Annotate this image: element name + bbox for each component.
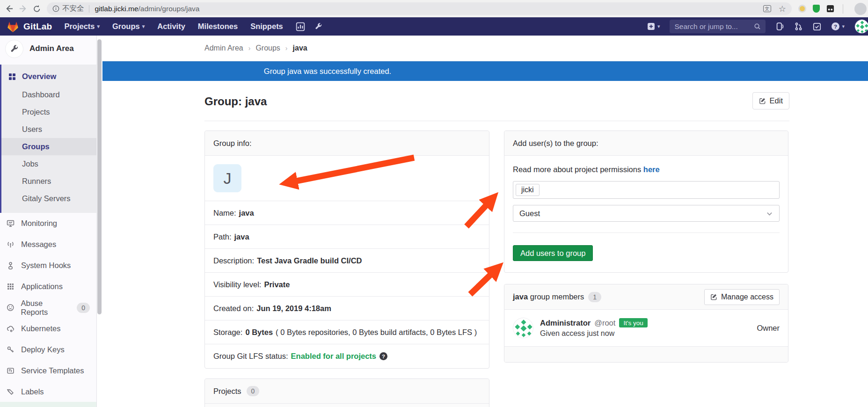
sidebar-item-runners[interactable]: Runners — [1, 173, 96, 190]
security-label[interactable]: 不安全 — [62, 4, 84, 14]
tanuki-icon — [7, 21, 19, 33]
members-header: java group members 1 — [513, 292, 601, 302]
extension-icon[interactable] — [798, 5, 806, 13]
sidebar-item-overview[interactable]: Overview — [1, 67, 96, 86]
sidebar-item-dashboard[interactable]: Dashboard — [1, 86, 96, 103]
flash-notice-banner: Group java was successfully created. — [102, 61, 868, 81]
group-path-row: Path:java — [205, 225, 489, 249]
member-avatar[interactable] — [513, 318, 533, 338]
search-icon — [754, 23, 761, 30]
projects-empty-body — [205, 404, 489, 407]
user-select-input[interactable]: jicki — [513, 181, 780, 199]
projects-panel: Projects 0 — [204, 378, 489, 407]
user-avatar[interactable] — [854, 19, 868, 34]
sidebar-item-jobs[interactable]: Jobs — [1, 155, 96, 173]
browser-forward-button[interactable] — [16, 2, 30, 16]
browser-back-button[interactable] — [2, 2, 16, 16]
chevron-down-icon: ▾ — [142, 23, 145, 29]
sidebar-item-users[interactable]: Users — [1, 121, 96, 138]
flash-message: Group java was successfully created. — [102, 61, 553, 81]
edit-pencil-icon — [759, 97, 766, 104]
access-level-select[interactable]: Guest — [513, 205, 780, 222]
nav-groups[interactable]: Groups▾ — [112, 22, 145, 31]
global-search[interactable] — [670, 20, 766, 33]
permissions-note: Read more about project permissions here — [513, 165, 780, 174]
breadcrumb-current: java — [293, 44, 307, 52]
issues-icon[interactable] — [775, 22, 784, 31]
overview-section: Overview Dashboard Projects Users Groups… — [0, 65, 96, 213]
group-description-row: Description:Test Java Gradle build CI/CD — [205, 249, 489, 273]
group-created-row: Created on:Jun 19, 2019 4:18am — [205, 297, 489, 320]
member-name[interactable]: Administrator — [540, 319, 591, 327]
sidebar-item-abuse-reports[interactable]: Abuse Reports 0 — [0, 297, 96, 318]
breadcrumb-admin-area[interactable]: Admin Area — [204, 44, 243, 52]
svg-text:?: ? — [834, 23, 837, 29]
bookmark-star-icon[interactable]: ☆ — [779, 4, 786, 14]
sidebar-item-labels[interactable]: Labels — [0, 381, 96, 402]
add-users-to-group-button[interactable]: Add users to group — [513, 245, 593, 261]
sidebar-item-messages[interactable]: Messages — [0, 234, 96, 255]
divider — [204, 121, 789, 121]
adblock-shield-icon[interactable] — [813, 5, 820, 13]
group-avatar-row: J — [205, 156, 489, 201]
member-username: @root — [594, 319, 615, 327]
sidebar-item-groups[interactable]: Groups — [1, 138, 96, 155]
its-you-badge: It's you — [619, 318, 647, 327]
edit-pencil-icon — [710, 293, 717, 300]
charts-icon[interactable] — [296, 22, 305, 31]
user-token-jicki[interactable]: jicki — [516, 184, 540, 196]
broadcast-icon — [7, 240, 15, 248]
sidebar-item-monitoring[interactable]: Monitoring — [0, 213, 96, 234]
gitlab-logo[interactable]: GitLab — [7, 21, 52, 33]
breadcrumb-groups[interactable]: Groups — [255, 44, 280, 52]
edit-group-button[interactable]: Edit — [752, 92, 789, 109]
browser-reload-button[interactable] — [30, 2, 44, 16]
sidebar-item-projects[interactable]: Projects — [1, 103, 96, 121]
divider — [843, 4, 843, 14]
sidebar-bottom-strip — [0, 402, 96, 407]
sidebar-item-kubernetes[interactable]: Kubernetes — [0, 318, 96, 339]
admin-wrench-icon[interactable] — [314, 22, 322, 30]
page-title: Group: java — [204, 95, 789, 108]
abuse-reports-count-badge: 0 — [77, 303, 90, 313]
hook-icon — [7, 262, 15, 269]
browser-profile-avatar[interactable] — [854, 3, 867, 15]
merge-requests-icon[interactable] — [794, 22, 803, 31]
chevron-down-icon: ▾ — [842, 23, 845, 29]
address-bar[interactable]: 不安全 gitlab.jicki.me/admin/groups/java 文 … — [47, 2, 792, 15]
key-icon — [7, 346, 15, 354]
browser-toolbar: 不安全 gitlab.jicki.me/admin/groups/java 文 … — [0, 0, 868, 17]
group-info-header: Group info: — [205, 131, 489, 156]
member-role: Owner — [757, 324, 780, 333]
manage-access-button[interactable]: Manage access — [704, 289, 780, 305]
admin-area-header[interactable]: Admin Area — [0, 36, 96, 62]
new-menu-button[interactable]: ▾ — [647, 22, 660, 30]
sidebar-item-deploy-keys[interactable]: Deploy Keys — [0, 339, 96, 360]
url-path: /admin/groups/java — [139, 5, 200, 13]
nav-snippets[interactable]: Snippets — [250, 22, 283, 31]
permissions-here-link[interactable]: here — [643, 165, 660, 174]
main-content: Admin Area › Groups › java Group java wa… — [102, 36, 868, 407]
nav-projects[interactable]: Projects▾ — [64, 22, 100, 31]
sidebar-item-service-templates[interactable]: Service Templates — [0, 360, 96, 381]
breadcrumb: Admin Area › Groups › java — [102, 36, 868, 61]
todos-icon[interactable] — [813, 22, 821, 31]
projects-header: Projects — [213, 387, 241, 396]
help-menu[interactable]: ? ▾ — [831, 22, 845, 31]
nav-activity[interactable]: Activity — [157, 22, 185, 31]
search-input[interactable] — [674, 22, 749, 31]
lfs-status-link[interactable]: Enabled for all projects — [291, 352, 376, 361]
gitlab-navbar: GitLab Projects▾ Groups▾ Activity Milest… — [0, 17, 868, 36]
group-visibility-row: Visibility level:Private — [205, 273, 489, 297]
members-count-badge: 1 — [588, 292, 601, 302]
sidebar-scrollbar[interactable] — [97, 39, 102, 314]
help-question-icon[interactable]: ? — [379, 352, 387, 360]
sidebar-item-applications[interactable]: Applications — [0, 276, 96, 297]
translate-icon[interactable]: 文 — [763, 5, 771, 12]
sidebar-item-gitaly-servers[interactable]: Gitaly Servers — [1, 190, 96, 207]
help-icon: ? — [831, 22, 840, 31]
nav-milestones[interactable]: Milestones — [198, 22, 238, 31]
sidebar-item-system-hooks[interactable]: System Hooks — [0, 255, 96, 276]
add-users-panel: Add user(s) to the group: Read more abou… — [504, 131, 788, 273]
tampermonkey-icon[interactable] — [826, 5, 834, 13]
